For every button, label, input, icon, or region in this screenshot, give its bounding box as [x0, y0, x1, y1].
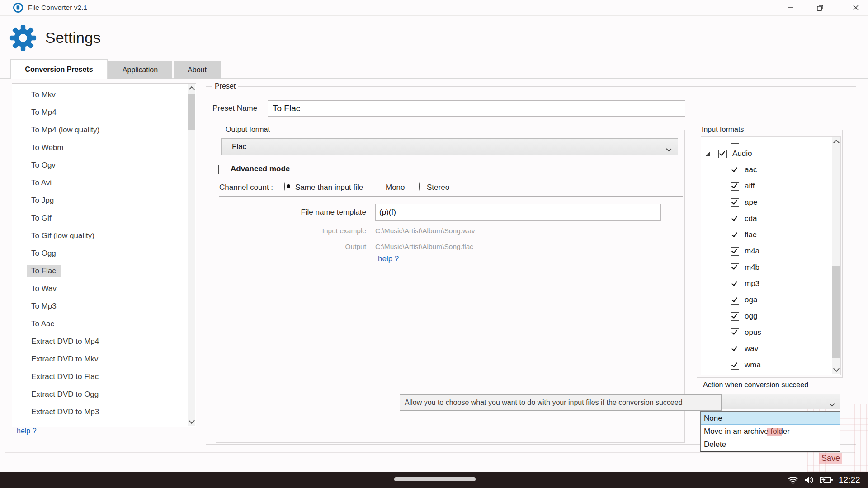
tree-expander-icon[interactable] [706, 152, 710, 156]
scroll-up-icon[interactable] [189, 86, 195, 93]
preset-list-item[interactable]: To Webm [13, 139, 187, 156]
preset-list-item[interactable]: To Mp4 (low quality) [13, 121, 187, 139]
format-item-label: oga [745, 296, 757, 305]
tab-application[interactable]: Application [108, 61, 172, 79]
input-formats-tree: ...... Audio aacaiffapecdaflacm4am4bmp3o… [701, 136, 841, 375]
template-help-link[interactable]: help ? [378, 254, 399, 263]
preset-list-item-label: To Mp4 [27, 107, 61, 118]
preset-list-item[interactable]: To Mp4 [13, 103, 187, 121]
checkbox-audio[interactable] [718, 150, 727, 158]
action-option-none[interactable]: None [701, 412, 840, 425]
channel-radio-stereo-label[interactable]: Stereo [427, 183, 449, 192]
channel-radio-same-label[interactable]: Same than input file [295, 183, 363, 192]
preset-list-item-label: Extract DVD to Mkv [27, 353, 103, 365]
tab-conversion-presets[interactable]: Conversion Presets [10, 59, 108, 79]
checkbox-wma[interactable] [731, 361, 739, 370]
checkbox-flac[interactable] [731, 231, 739, 239]
preset-list-item[interactable]: Extract DVD to Ogg [13, 385, 187, 403]
preset-list-item-label: To Avi [27, 177, 56, 189]
format-tree-item[interactable]: wav [731, 341, 758, 357]
chevron-down-icon [829, 400, 835, 408]
format-item-label: wma [745, 361, 761, 370]
page-title: Settings [45, 29, 101, 47]
format-item-label: wav [745, 344, 758, 353]
format-tree-item[interactable]: oga [731, 292, 757, 308]
preset-list-item[interactable]: To Gif [13, 209, 187, 227]
preset-list-item[interactable]: To Avi [13, 174, 187, 192]
action-combobox[interactable] [701, 394, 840, 409]
file-name-template-input[interactable] [375, 204, 661, 221]
checkbox-aiff[interactable] [731, 182, 739, 191]
format-tree-item[interactable]: opus [731, 324, 761, 341]
tab-about[interactable]: About [174, 61, 221, 79]
format-tree-item[interactable]: m4a [731, 243, 760, 259]
close-button[interactable] [844, 0, 868, 15]
checkbox-aac[interactable] [731, 166, 739, 174]
checkbox-opus[interactable] [731, 328, 739, 337]
preset-list-item[interactable]: Extract DVD to Flac [13, 368, 187, 385]
preset-list-scrollbar[interactable] [188, 84, 195, 426]
preset-list-item[interactable]: To Aac [13, 315, 187, 333]
preset-list-item[interactable]: Extract DVD to Mp3 [13, 403, 187, 421]
checkbox-wav[interactable] [731, 345, 739, 353]
channel-radio-same[interactable] [284, 182, 285, 191]
format-tree-item[interactable]: ape [731, 194, 757, 211]
minimize-button[interactable] [779, 0, 802, 15]
taskbar-clock[interactable]: 12:22 [839, 472, 866, 488]
format-tree-item[interactable]: cda [731, 211, 757, 227]
preset-list-item[interactable]: Extract DVD to Mkv [13, 350, 187, 368]
format-tree-item[interactable]: mp3 [731, 276, 760, 292]
channel-radio-stereo[interactable] [419, 182, 420, 191]
channel-radio-mono[interactable] [377, 182, 377, 191]
preset-list-help-link[interactable]: help ? [17, 427, 37, 435]
checkbox-clipped[interactable] [731, 137, 739, 144]
format-tree-item[interactable]: aiff [731, 178, 755, 194]
preset-list-item[interactable]: To Ogg [13, 244, 187, 262]
scroll-down-icon[interactable] [833, 366, 840, 372]
preset-list-item-label: To Wav [27, 283, 61, 295]
preset-list-item[interactable]: Extract DVD to Mp4 [13, 333, 187, 350]
preset-list-scrollbar-thumb[interactable] [188, 94, 195, 130]
format-tree-category-audio[interactable]: Audio [702, 145, 752, 162]
preset-list-item[interactable]: To Mp3 [13, 297, 187, 315]
format-tree-item[interactable]: wma [731, 357, 761, 373]
preset-list-item[interactable]: To Wav [13, 280, 187, 297]
preset-list-item[interactable]: To Mkv [13, 86, 187, 103]
preset-list-item-label: To Ogv [27, 160, 60, 171]
wifi-icon[interactable] [787, 474, 799, 486]
format-tree-item[interactable]: flac [731, 227, 756, 243]
checkbox-m4a[interactable] [731, 247, 739, 256]
scroll-up-icon[interactable] [833, 140, 840, 146]
scroll-down-icon[interactable] [189, 418, 195, 424]
channel-radio-mono-label[interactable]: Mono [386, 183, 405, 192]
output-format-combobox[interactable]: Flac [221, 138, 678, 155]
checkbox-mp3[interactable] [731, 280, 739, 288]
preset-list-item[interactable]: To Jpg [13, 192, 187, 209]
restore-button[interactable] [809, 0, 831, 15]
checkbox-cda[interactable] [731, 215, 739, 223]
titlebar: File Converter v2.1 [0, 0, 868, 16]
preset-list-item[interactable]: To Gif (low quality) [13, 227, 187, 244]
preset-list-item[interactable]: To Ogv [13, 156, 187, 174]
format-tree-item[interactable]: aac [731, 162, 757, 178]
format-tree-inner: ...... Audio aacaiffapecdaflacm4am4bmp3o… [702, 137, 832, 374]
checkbox-ape[interactable] [731, 198, 739, 207]
checkbox-ogg[interactable] [731, 312, 739, 321]
action-option-delete[interactable]: Delete [701, 438, 840, 451]
preset-list: To MkvTo Mp4To Mp4 (low quality)To WebmT… [13, 86, 187, 426]
preset-list-panel: To MkvTo Mp4To Mp4 (low quality)To WebmT… [12, 83, 196, 427]
format-tree-item[interactable]: ogg [731, 308, 757, 324]
checkbox-oga[interactable] [731, 296, 739, 305]
format-tree-scrollbar-thumb[interactable] [832, 266, 840, 358]
checkbox-m4b[interactable] [731, 263, 739, 272]
save-button[interactable]: Save [819, 453, 842, 464]
advanced-mode-checkbox[interactable] [218, 165, 219, 174]
preset-list-item[interactable]: To Flac [13, 262, 187, 280]
format-tree-item[interactable]: m4b [731, 259, 760, 276]
battery-charging-icon[interactable] [819, 474, 834, 486]
preset-name-input[interactable] [268, 100, 685, 117]
format-tree-scrollbar[interactable] [832, 137, 840, 374]
output-format-selected-value: Flac [232, 139, 246, 155]
taskbar-handle[interactable] [394, 477, 476, 481]
volume-icon[interactable] [803, 474, 816, 486]
